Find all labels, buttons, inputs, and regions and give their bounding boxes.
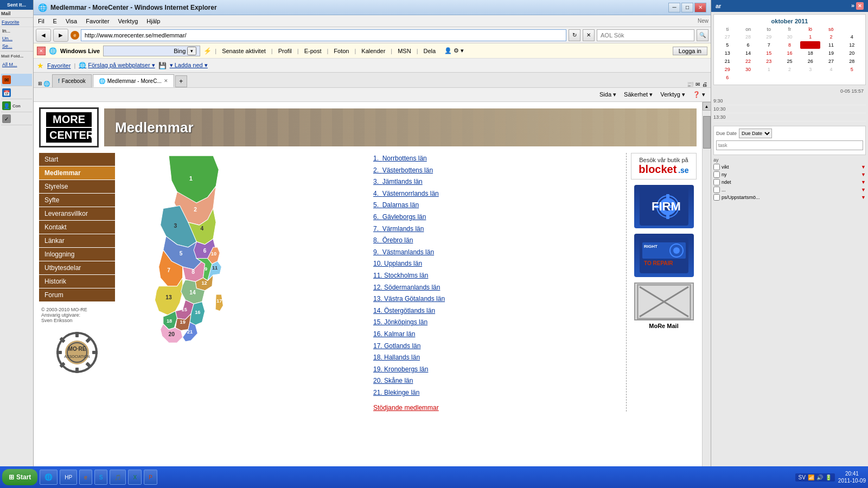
verktyg-button[interactable]: Verktyg ▾: [657, 91, 688, 99]
cal-15[interactable]: 15: [759, 49, 779, 57]
county-14[interactable]: 14. Östergötlands län: [373, 305, 615, 317]
nav-historik[interactable]: Historik: [39, 275, 115, 288]
cal-11[interactable]: 11: [821, 41, 841, 49]
cal-16[interactable]: 16: [780, 49, 800, 57]
task-arrow-ndet[interactable]: ▼: [861, 179, 866, 185]
browser-scrollbar[interactable]: ▲ ▼: [702, 102, 711, 488]
rtr-ad[interactable]: RIGHT TO REPAIR: [631, 234, 697, 277]
county-9[interactable]: 9. Västmanlands län: [373, 247, 615, 259]
taskbar-browser-btn[interactable]: 🌐: [40, 470, 58, 485]
menu-fil[interactable]: Fil: [36, 17, 47, 25]
cal-18[interactable]: 18: [800, 49, 820, 57]
county-18[interactable]: 18. Hallands län: [373, 352, 615, 364]
county-3[interactable]: 3. Jämtlands län: [373, 176, 615, 188]
calendar-app-btn[interactable]: 📅: [1, 87, 32, 99]
county-19[interactable]: 19. Kronobergs län: [373, 364, 615, 376]
stop-button[interactable]: ✕: [583, 29, 595, 41]
cal-1-oct[interactable]: 1: [800, 33, 820, 41]
cal-29-sep[interactable]: 29: [759, 33, 779, 41]
contacts-app-btn[interactable]: 👤 Con: [1, 100, 32, 112]
live-foton[interactable]: Foton: [331, 47, 351, 55]
forslag-button[interactable]: 🌐 Förslag på webbplatser ▾: [79, 62, 155, 69]
start-button[interactable]: ⊞ Start: [2, 469, 37, 485]
cal-30-sep[interactable]: 30: [780, 33, 800, 41]
firm-ad[interactable]: FIRM: [631, 185, 697, 228]
minimize-button[interactable]: ─: [668, 3, 680, 12]
county-12[interactable]: 12. Södermanlands län: [373, 282, 615, 294]
cal-3-nov[interactable]: 3: [800, 66, 820, 73]
cal-4[interactable]: 4: [842, 33, 862, 41]
task-arrow-ny[interactable]: ▼: [861, 172, 866, 177]
cal-1-nov[interactable]: 1: [759, 66, 779, 73]
live-icon3[interactable]: ▾: [461, 47, 464, 54]
taskbar-ppt-btn[interactable]: P: [144, 470, 157, 485]
task-arrow-vikt[interactable]: ▼: [861, 164, 866, 170]
cal-21[interactable]: 21: [717, 57, 737, 65]
cal-7[interactable]: 7: [759, 41, 779, 49]
menu-verktyg[interactable]: Verktyg: [116, 17, 141, 25]
county-5[interactable]: 5. Dalarnas län: [373, 200, 615, 211]
cal-14[interactable]: 14: [738, 49, 758, 57]
live-epost[interactable]: E-post: [302, 47, 324, 55]
refresh-button[interactable]: ↻: [569, 29, 580, 41]
cal-27-sep[interactable]: 27: [717, 33, 737, 41]
mail-sent[interactable]: Se...: [0, 42, 33, 50]
menu-e[interactable]: E: [51, 17, 59, 25]
cal-8[interactable]: 8: [780, 41, 800, 49]
taskbar-ie2-btn[interactable]: e: [79, 470, 92, 485]
cal-5[interactable]: 5: [717, 41, 737, 49]
panel-expand-icon[interactable]: »: [851, 2, 854, 10]
new-tab-button[interactable]: +: [175, 75, 187, 87]
cal-6[interactable]: 6: [738, 41, 758, 49]
live-dela[interactable]: Dela: [422, 47, 438, 55]
live-icon2[interactable]: ⚙: [454, 47, 459, 54]
task-checkbox-ny[interactable]: [713, 171, 720, 178]
nav-kontakt[interactable]: Kontakt: [39, 221, 115, 234]
county-10[interactable]: 10. Upplands län: [373, 258, 615, 270]
all-mail-link[interactable]: All M...: [0, 61, 33, 68]
bing-input[interactable]: [107, 48, 172, 54]
taskbar-app3-btn[interactable]: 🎵: [110, 470, 126, 485]
maximize-button[interactable]: □: [681, 3, 693, 12]
tasks-app-btn[interactable]: ✓: [1, 113, 32, 125]
county-15[interactable]: 15. Jönköpings län: [373, 317, 615, 329]
cal-6-nov[interactable]: 6: [717, 74, 737, 81]
bing-search-button[interactable]: ▾: [187, 47, 196, 55]
sakerhet-button[interactable]: Säkerhet ▾: [621, 91, 656, 99]
live-icon1[interactable]: 👤: [444, 47, 452, 54]
county-16[interactable]: 16. Kalmar län: [373, 329, 615, 341]
nav-inloggning[interactable]: Inloggning: [39, 248, 115, 261]
cal-19[interactable]: 19: [821, 49, 841, 57]
favorites-button[interactable]: Favoriter: [47, 62, 71, 69]
county-6[interactable]: 6. Gävleborgs län: [373, 211, 615, 223]
cal-30[interactable]: 30: [738, 66, 758, 73]
county-11[interactable]: 11. Stockholms län: [373, 270, 615, 282]
cal-23[interactable]: 23: [759, 57, 779, 65]
panel-close-button[interactable]: ✕: [856, 2, 864, 10]
task-checkbox-ellipsis[interactable]: [713, 187, 720, 193]
search-button[interactable]: 🔍: [697, 29, 709, 41]
tab-close-button[interactable]: ✕: [164, 78, 168, 84]
county-20[interactable]: 20. Skåne län: [373, 375, 615, 387]
cal-25[interactable]: 25: [780, 57, 800, 65]
cal-2-nov[interactable]: 2: [780, 66, 800, 73]
rss-icon[interactable]: 📰: [687, 81, 693, 87]
mail-tab-icon[interactable]: ✉: [695, 81, 700, 87]
print-icon[interactable]: 🖨: [702, 81, 707, 87]
forward-button[interactable]: ►: [53, 29, 68, 42]
help-button[interactable]: ❓ ▾: [690, 91, 709, 99]
cal-2-oct[interactable]: 2: [821, 33, 841, 41]
scroll-thumb[interactable]: [703, 116, 711, 149]
nav-syfte[interactable]: Syfte: [39, 194, 115, 207]
task-arrow-ellipsis[interactable]: ▼: [861, 187, 866, 192]
nav-leveransvillkor[interactable]: Leveransvillkor: [39, 207, 115, 220]
mail-unread[interactable]: Un...: [0, 35, 33, 42]
nav-lankar[interactable]: Länkar: [39, 234, 115, 247]
mail-inbox[interactable]: In...: [0, 27, 33, 35]
due-date-select[interactable]: Due Date: [739, 129, 772, 138]
cal-13[interactable]: 13: [717, 49, 737, 57]
cal-22[interactable]: 22: [738, 57, 758, 65]
cal-4-nov[interactable]: 4: [821, 66, 841, 73]
toolbar-close-button[interactable]: ✕: [37, 47, 46, 55]
cal-26[interactable]: 26: [800, 57, 820, 65]
